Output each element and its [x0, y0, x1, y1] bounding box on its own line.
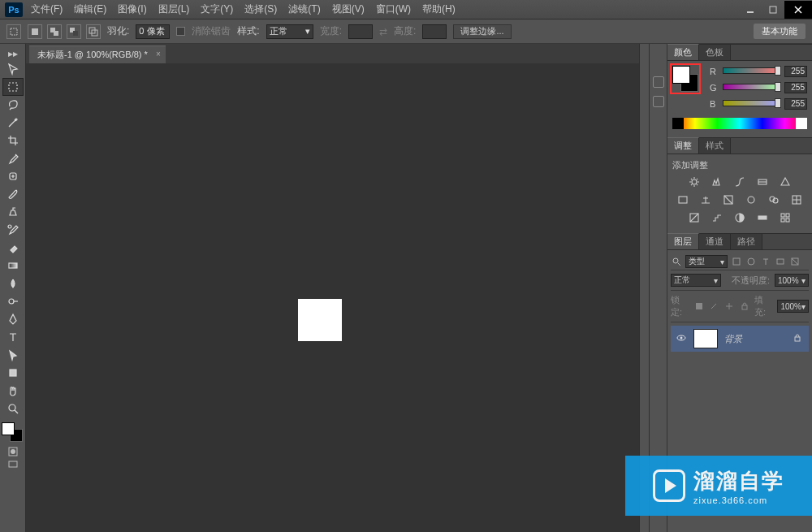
- clone-stamp-tool[interactable]: [2, 203, 24, 221]
- tab-swatches[interactable]: 色板: [699, 45, 731, 60]
- opacity-value[interactable]: 100%▾: [775, 274, 809, 287]
- foreground-swatch-icon[interactable]: [672, 66, 690, 84]
- menu-layer[interactable]: 图层(L): [158, 2, 190, 16]
- select-add-icon[interactable]: [47, 24, 62, 39]
- eyedropper-tool[interactable]: [2, 149, 24, 167]
- levels-icon[interactable]: [710, 175, 724, 189]
- r-value[interactable]: 255: [784, 66, 807, 77]
- b-value[interactable]: 255: [784, 98, 807, 110]
- workspace-basic-button[interactable]: 基本功能: [754, 24, 806, 39]
- filter-smart-icon[interactable]: [789, 256, 801, 267]
- brightness-icon[interactable]: [687, 175, 702, 189]
- tab-layers[interactable]: 图层: [667, 233, 699, 249]
- select-subtract-icon[interactable]: [67, 24, 81, 39]
- tool-preset-icon[interactable]: [6, 24, 21, 39]
- zoom-tool[interactable]: [2, 400, 24, 417]
- lock-all-icon[interactable]: [739, 301, 749, 312]
- layer-thumbnail[interactable]: [693, 329, 718, 348]
- blur-tool[interactable]: [2, 275, 24, 292]
- select-intersect-icon[interactable]: [86, 24, 101, 39]
- tab-adjustments[interactable]: 调整: [667, 137, 699, 154]
- refine-edge-button[interactable]: 调整边缘...: [453, 24, 511, 39]
- maximize-button[interactable]: [762, 1, 784, 19]
- menu-select[interactable]: 选择(S): [244, 2, 277, 16]
- photo-filter-icon[interactable]: [744, 192, 758, 207]
- layer-row[interactable]: 背景: [671, 326, 809, 352]
- quickmask-icon[interactable]: [2, 445, 24, 458]
- curves-icon[interactable]: [732, 175, 747, 189]
- tab-channels[interactable]: 通道: [699, 234, 731, 249]
- invert-icon[interactable]: [687, 210, 702, 225]
- b-slider[interactable]: [723, 100, 780, 108]
- dodge-tool[interactable]: [2, 292, 24, 310]
- color-balance-icon[interactable]: [698, 192, 713, 207]
- lock-transparent-icon[interactable]: [694, 301, 705, 312]
- layer-name[interactable]: 背景: [724, 333, 786, 345]
- magic-wand-tool[interactable]: [2, 114, 24, 132]
- g-value[interactable]: 255: [784, 82, 807, 93]
- swap-wh-icon[interactable]: ⇄: [379, 26, 387, 37]
- minimize-button[interactable]: [739, 1, 762, 19]
- gradient-map-icon[interactable]: [755, 210, 770, 225]
- filter-shape-icon[interactable]: [775, 256, 786, 267]
- menu-type[interactable]: 文字(Y): [201, 2, 233, 16]
- eraser-tool[interactable]: [2, 239, 24, 257]
- menu-image[interactable]: 图像(I): [118, 2, 146, 16]
- r-slider[interactable]: [723, 67, 780, 76]
- posterize-icon[interactable]: [710, 210, 724, 225]
- toolbox-grip-icon[interactable]: ▸▸: [2, 47, 24, 60]
- feather-input[interactable]: 0 像素: [136, 24, 170, 39]
- tab-paths[interactable]: 路径: [731, 234, 762, 249]
- path-select-tool[interactable]: [2, 346, 24, 364]
- channel-mixer-icon[interactable]: [767, 192, 781, 207]
- select-new-icon[interactable]: [28, 24, 42, 39]
- document-tab[interactable]: 未标题-1 @ 100%(RGB/8) * ×: [29, 45, 166, 63]
- canvas[interactable]: [298, 299, 342, 341]
- bw-icon[interactable]: [721, 192, 736, 207]
- color-spectrum[interactable]: [672, 118, 807, 129]
- close-button[interactable]: [784, 1, 812, 19]
- brush-tool[interactable]: [2, 185, 24, 203]
- canvas-area[interactable]: [26, 63, 639, 532]
- marquee-tool[interactable]: [2, 78, 24, 96]
- menu-help[interactable]: 帮助(H): [422, 2, 456, 16]
- close-tab-icon[interactable]: ×: [156, 50, 161, 58]
- lock-image-icon[interactable]: [709, 301, 719, 312]
- menu-file[interactable]: 文件(F): [31, 2, 63, 16]
- hue-icon[interactable]: [676, 192, 690, 207]
- lock-position-icon[interactable]: [724, 301, 735, 312]
- shape-tool[interactable]: [2, 364, 24, 382]
- filter-type-select[interactable]: 类型▾: [685, 255, 728, 268]
- filter-pixel-icon[interactable]: [731, 256, 742, 267]
- visibility-icon[interactable]: [676, 332, 687, 345]
- move-tool[interactable]: [2, 60, 24, 78]
- filter-adjust-icon[interactable]: [745, 256, 757, 267]
- g-slider[interactable]: [723, 84, 780, 92]
- screenmode-icon[interactable]: [2, 458, 24, 471]
- hand-tool[interactable]: [2, 382, 24, 400]
- style-select[interactable]: 正常▾: [266, 24, 313, 39]
- tab-color[interactable]: 颜色: [667, 44, 699, 60]
- lasso-tool[interactable]: [2, 96, 24, 114]
- menu-window[interactable]: 窗口(W): [376, 2, 411, 16]
- antialias-checkbox[interactable]: [176, 27, 185, 36]
- color-panel-swatch[interactable]: [672, 66, 698, 92]
- dock-icon[interactable]: [653, 96, 664, 107]
- color-swatches[interactable]: [2, 422, 24, 445]
- filter-type-icon[interactable]: [760, 256, 771, 267]
- color-lookup-icon[interactable]: [789, 192, 804, 207]
- filter-kind-icon[interactable]: [671, 256, 682, 267]
- menu-view[interactable]: 视图(V): [332, 2, 365, 16]
- menu-edit[interactable]: 编辑(E): [74, 2, 106, 16]
- tab-styles[interactable]: 样式: [699, 138, 731, 154]
- fill-value[interactable]: 100%▾: [777, 300, 809, 313]
- menu-filter[interactable]: 滤镜(T): [288, 2, 320, 16]
- exposure-icon[interactable]: [755, 175, 770, 189]
- dock-icon[interactable]: [653, 76, 664, 88]
- history-brush-tool[interactable]: [2, 221, 24, 239]
- blend-mode-select[interactable]: 正常▾: [671, 274, 721, 287]
- type-tool[interactable]: [2, 328, 24, 346]
- gradient-tool[interactable]: [2, 257, 24, 275]
- crop-tool[interactable]: [2, 132, 24, 149]
- foreground-color-swatch[interactable]: [2, 422, 15, 435]
